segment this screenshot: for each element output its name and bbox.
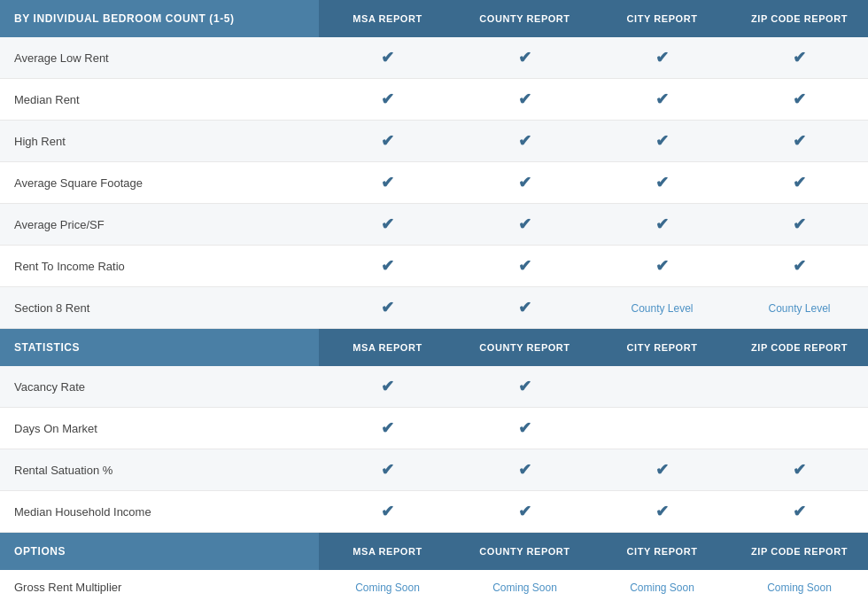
- county-cell: ✔: [456, 162, 593, 204]
- row-label: Vacancy Rate: [0, 366, 319, 408]
- comparison-table: BY INDIVIDUAL BEDROOM COUNT (1-5) MSA RE…: [0, 0, 868, 601]
- table-row: Vacancy Rate ✔ ✔: [0, 366, 868, 408]
- county-cell: ✔: [456, 287, 593, 329]
- checkmark-icon: ✔: [655, 174, 669, 191]
- row-label: Days On Market: [0, 408, 319, 449]
- checkmark-icon: ✔: [793, 215, 806, 233]
- checkmark-icon: ✔: [655, 215, 669, 233]
- coming-soon-label: Coming Soon: [767, 581, 832, 594]
- checkmark-icon: ✔: [655, 90, 669, 108]
- checkmark-icon: ✔: [655, 461, 669, 479]
- checkmark-icon: ✔: [518, 132, 531, 150]
- county-cell: ✔: [456, 204, 593, 246]
- checkmark-icon: ✔: [518, 299, 531, 316]
- coming-soon-label: Coming Soon: [355, 581, 420, 594]
- row-label: Section 8 Rent: [0, 287, 319, 329]
- msa-cell: ✔: [319, 204, 456, 246]
- msa-cell: ✔: [319, 37, 456, 79]
- row-label: Average Price/SF: [0, 204, 319, 246]
- msa-cell: Coming Soon: [319, 570, 456, 601]
- city-cell: ✔: [593, 449, 731, 491]
- checkmark-icon: ✔: [793, 461, 806, 479]
- checkmark-icon: ✔: [518, 174, 531, 191]
- zip-cell: ✔: [731, 162, 868, 204]
- table-row: Median Household Income ✔ ✔ ✔ ✔: [0, 491, 868, 533]
- table-row: Rent To Income Ratio ✔ ✔ ✔ ✔: [0, 246, 868, 287]
- msa-cell: ✔: [319, 246, 456, 287]
- city-cell: ✔: [593, 121, 731, 162]
- checkmark-icon: ✔: [518, 215, 531, 233]
- checkmark-icon: ✔: [655, 49, 669, 66]
- row-label: Rent To Income Ratio: [0, 246, 319, 287]
- zip-cell: [731, 408, 868, 449]
- col-msa-header: MSA REPORT: [319, 533, 456, 571]
- city-cell: [593, 408, 731, 449]
- county-cell: ✔: [456, 449, 593, 491]
- county-cell: Coming Soon: [456, 570, 593, 601]
- zip-cell: Coming Soon: [731, 570, 868, 601]
- checkmark-icon: ✔: [381, 215, 394, 233]
- col-city-header: CITY REPORT: [593, 0, 731, 37]
- section-title: OPTIONS: [0, 533, 319, 571]
- col-city-header: CITY REPORT: [593, 329, 731, 367]
- county-cell: ✔: [456, 408, 593, 449]
- county-cell: ✔: [456, 246, 593, 287]
- county-cell: ✔: [456, 366, 593, 408]
- col-msa-header: MSA REPORT: [319, 329, 456, 367]
- county-cell: ✔: [456, 37, 593, 79]
- checkmark-icon: ✔: [655, 257, 669, 275]
- checkmark-icon: ✔: [793, 90, 806, 108]
- checkmark-icon: ✔: [793, 257, 806, 275]
- col-zip-header: ZIP CODE REPORT: [731, 329, 868, 367]
- col-msa-header: MSA REPORT: [319, 0, 456, 37]
- checkmark-icon: ✔: [518, 257, 531, 275]
- checkmark-icon: ✔: [655, 132, 669, 150]
- county-level-label: County Level: [631, 302, 693, 315]
- checkmark-icon: ✔: [381, 132, 394, 150]
- table-row: High Rent ✔ ✔ ✔ ✔: [0, 121, 868, 162]
- msa-cell: ✔: [319, 408, 456, 449]
- checkmark-icon: ✔: [381, 503, 394, 520]
- zip-cell: ✔: [731, 121, 868, 162]
- col-county-header: COUNTY REPORT: [456, 329, 593, 367]
- zip-cell: ✔: [731, 491, 868, 533]
- zip-cell: ✔: [731, 246, 868, 287]
- row-label: High Rent: [0, 121, 319, 162]
- checkmark-icon: ✔: [381, 378, 394, 395]
- col-county-header: COUNTY REPORT: [456, 0, 593, 37]
- msa-cell: ✔: [319, 491, 456, 533]
- county-cell: ✔: [456, 491, 593, 533]
- city-cell: ✔: [593, 162, 731, 204]
- msa-cell: ✔: [319, 449, 456, 491]
- zip-cell: ✔: [731, 204, 868, 246]
- coming-soon-label: Coming Soon: [630, 581, 694, 594]
- checkmark-icon: ✔: [793, 132, 806, 150]
- checkmark-icon: ✔: [381, 461, 394, 479]
- checkmark-icon: ✔: [518, 49, 531, 66]
- row-label: Median Rent: [0, 79, 319, 121]
- table-row: Median Rent ✔ ✔ ✔ ✔: [0, 79, 868, 121]
- section-header-bedroom-count: BY INDIVIDUAL BEDROOM COUNT (1-5) MSA RE…: [0, 0, 868, 37]
- zip-cell: ✔: [731, 37, 868, 79]
- checkmark-icon: ✔: [793, 174, 806, 191]
- city-cell: County Level: [593, 287, 731, 329]
- row-label: Average Low Rent: [0, 37, 319, 79]
- checkmark-icon: ✔: [518, 419, 531, 437]
- row-label: Average Square Footage: [0, 162, 319, 204]
- msa-cell: ✔: [319, 121, 456, 162]
- table-row: Rental Satuation % ✔ ✔ ✔ ✔: [0, 449, 868, 491]
- table-row: Gross Rent Multiplier Coming Soon Coming…: [0, 570, 868, 601]
- col-county-header: COUNTY REPORT: [456, 533, 593, 571]
- zip-cell: ✔: [731, 449, 868, 491]
- county-level-label: County Level: [768, 302, 830, 315]
- table-row: Section 8 Rent ✔ ✔ County Level County L…: [0, 287, 868, 329]
- city-cell: Coming Soon: [593, 570, 731, 601]
- zip-cell: [731, 366, 868, 408]
- city-cell: ✔: [593, 246, 731, 287]
- coming-soon-label: Coming Soon: [492, 581, 557, 594]
- table-row: Average Square Footage ✔ ✔ ✔ ✔: [0, 162, 868, 204]
- section-title: STATISTICS: [0, 329, 319, 367]
- section-header-options: OPTIONS MSA REPORT COUNTY REPORT CITY RE…: [0, 533, 868, 571]
- msa-cell: ✔: [319, 162, 456, 204]
- county-cell: ✔: [456, 79, 593, 121]
